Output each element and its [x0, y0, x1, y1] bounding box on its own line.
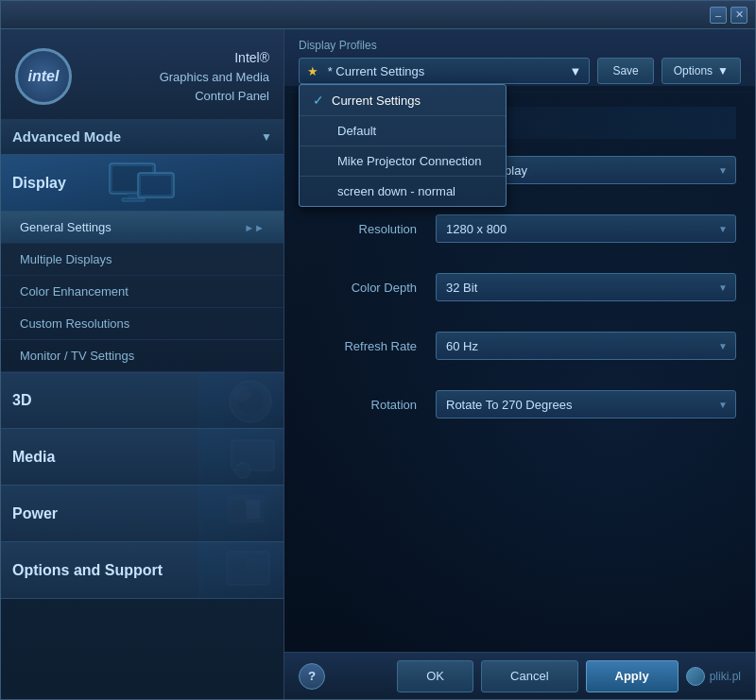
custom-resolutions-label: Custom Resolutions [20, 316, 129, 331]
power-icon [203, 487, 279, 539]
pliki-icon [686, 667, 705, 686]
svg-rect-2 [128, 194, 139, 198]
brand-text: Intel® Graphics and Media Control Panel [86, 48, 269, 105]
sidebar-item-3d[interactable]: 3D [1, 372, 284, 429]
pliki-badge: pliki.pl [686, 667, 741, 686]
brand-line1: Intel® [86, 48, 269, 68]
checkmark-icon: ✓ [313, 93, 324, 108]
minimize-button[interactable]: – [710, 7, 727, 24]
rotation-control: Rotate To 270 Degrees [436, 390, 736, 418]
profiles-header: Display Profiles ★ * Current Settings ▼ [284, 29, 755, 93]
sidebar-item-monitor-tv[interactable]: Monitor / TV Settings [1, 340, 284, 372]
resolution-label: Resolution [303, 222, 436, 236]
sidebar-item-options-support[interactable]: Options and Support [1, 542, 284, 599]
options-icon [203, 544, 279, 596]
profiles-controls: ★ * Current Settings ▼ ✓ Current Setting… [299, 58, 741, 84]
nav-section: Display [1, 155, 284, 599]
general-settings-arrow: ►► [244, 222, 265, 233]
3d-category-image [198, 373, 284, 428]
profile-dropdown-wrapper: ★ * Current Settings ▼ ✓ Current Setting… [299, 58, 590, 84]
intel-logo: intel [15, 48, 72, 105]
color-depth-value: 32 Bit [446, 281, 477, 295]
options-arrow: ▼ [717, 64, 729, 77]
help-button[interactable]: ? [299, 663, 325, 690]
media-category-image [198, 429, 284, 485]
svg-rect-13 [247, 500, 260, 519]
advanced-mode-arrow: ▼ [261, 130, 272, 144]
brand-line3: Control Panel [86, 87, 269, 106]
main-content: intel Intel® Graphics and Media Control … [1, 29, 755, 699]
svg-rect-15 [232, 558, 247, 570]
svg-rect-5 [141, 176, 171, 195]
sidebar-item-options-label: Options and Support [12, 562, 163, 579]
sidebar-item-media[interactable]: Media [1, 429, 284, 486]
sidebar-item-custom-resolutions[interactable]: Custom Resolutions [1, 308, 284, 340]
close-button[interactable]: ✕ [730, 7, 747, 24]
main-window: – ✕ intel Intel® Graphics and Media Cont… [0, 0, 756, 700]
rotation-label: Rotation [303, 398, 436, 412]
options-category-image [198, 542, 284, 598]
setting-row-rotation: Rotation Rotate To 270 Degrees [303, 383, 736, 426]
apply-button[interactable]: Apply [586, 660, 679, 692]
sidebar-item-general-settings[interactable]: General Settings ►► [1, 212, 284, 244]
3d-icon [203, 375, 279, 427]
sidebar-item-multiple-displays[interactable]: Multiple Displays [1, 244, 284, 276]
advanced-mode-label: Advanced Mode [12, 128, 121, 145]
dropdown-item-mike-projector[interactable]: Mike Projector Connection [300, 146, 506, 177]
advanced-mode-bar[interactable]: Advanced Mode ▼ [1, 119, 284, 155]
sidebar-item-power-label: Power [12, 505, 58, 522]
profiles-label: Display Profiles [299, 39, 741, 52]
resolution-select[interactable]: 1280 x 800 [436, 214, 736, 243]
monitor-tv-label: Monitor / TV Settings [20, 349, 134, 363]
profile-star: ★ * Current Settings [307, 64, 424, 78]
logo-area: intel Intel® Graphics and Media Control … [1, 29, 284, 119]
pliki-label: pliki.pl [710, 670, 741, 683]
profile-dropdown-arrow: ▼ [570, 64, 582, 78]
sidebar-item-power[interactable]: Power [1, 486, 284, 542]
brand-line2: Graphics and Media [86, 68, 269, 87]
content-panel: Display Profiles ★ * Current Settings ▼ [284, 29, 755, 699]
setting-row-color-depth: Color Depth 32 Bit [303, 265, 736, 309]
dropdown-item-screen-label: screen down - normal [337, 184, 455, 198]
setting-row-resolution: Resolution 1280 x 800 [303, 207, 736, 250]
refresh-rate-select[interactable]: 60 Hz [436, 332, 736, 360]
refresh-rate-control: 60 Hz [436, 332, 736, 360]
color-enhancement-label: Color Enhancement [20, 284, 129, 299]
save-button[interactable]: Save [597, 58, 653, 84]
setting-row-refresh-rate: Refresh Rate 60 Hz [303, 324, 736, 367]
sidebar: intel Intel® Graphics and Media Control … [1, 29, 284, 699]
svg-point-8 [232, 386, 250, 401]
profile-dropdown[interactable]: ★ * Current Settings ▼ [299, 58, 590, 84]
rotation-select[interactable]: Rotate To 270 Degrees [436, 390, 736, 418]
display-icon [105, 159, 180, 208]
sidebar-item-3d-label: 3D [12, 392, 31, 409]
general-settings-label: General Settings [20, 220, 112, 234]
rotation-value: Rotate To 270 Degrees [446, 398, 572, 412]
sidebar-item-color-enhancement[interactable]: Color Enhancement [1, 276, 284, 308]
refresh-rate-label: Refresh Rate [303, 339, 436, 353]
svg-rect-3 [122, 198, 145, 201]
dropdown-item-current-label: Current Settings [332, 94, 421, 108]
resolution-value: 1280 x 800 [446, 222, 507, 236]
bottom-toolbar: ? OK Cancel Apply pliki.pl [284, 652, 755, 699]
resolution-control: 1280 x 800 [436, 214, 736, 243]
options-label: Options [674, 64, 713, 77]
options-button[interactable]: Options ▼ [662, 58, 741, 84]
bottom-buttons: OK Cancel Apply pliki.pl [397, 660, 741, 692]
sidebar-item-display[interactable]: Display [1, 155, 284, 212]
dropdown-item-default-label: Default [337, 124, 376, 138]
color-depth-select[interactable]: 32 Bit [436, 273, 736, 301]
svg-rect-12 [232, 500, 245, 519]
sidebar-item-media-label: Media [12, 449, 55, 466]
svg-point-10 [235, 463, 250, 478]
dropdown-item-screen-down[interactable]: screen down - normal [300, 177, 506, 206]
dropdown-item-default[interactable]: Default [300, 116, 506, 146]
profile-current-value: * Current Settings [328, 64, 425, 78]
cancel-button[interactable]: Cancel [481, 660, 577, 692]
power-category-image [198, 486, 284, 541]
sub-nav-display: General Settings ►► Multiple Displays Co… [1, 212, 284, 372]
ok-button[interactable]: OK [397, 660, 473, 692]
dropdown-item-current[interactable]: ✓ Current Settings [300, 85, 506, 116]
titlebar: – ✕ [1, 1, 755, 29]
dropdown-item-mike-label: Mike Projector Connection [337, 154, 481, 168]
